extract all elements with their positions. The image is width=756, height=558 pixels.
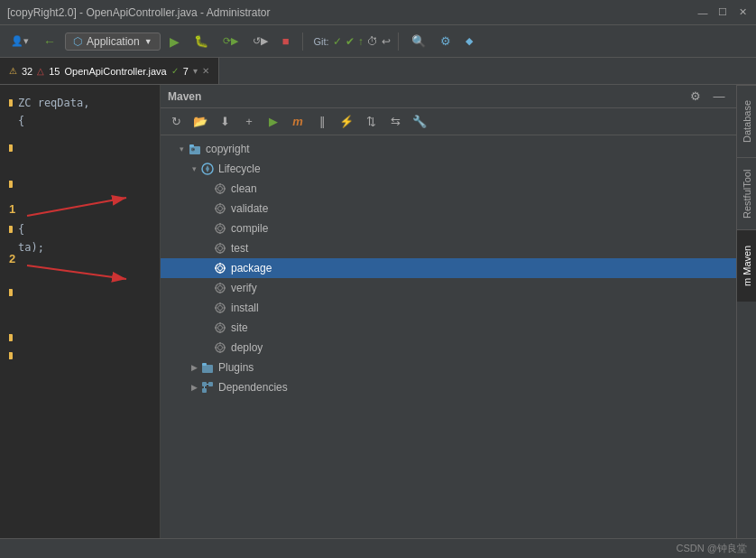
editor-tab-openapi[interactable]: ⚠ 32 △ 15 OpenApiController.java ✓ 7 ▾ ✕ [0, 58, 219, 84]
svg-rect-37 [215, 267, 217, 268]
clean-gear-icon [213, 181, 227, 196]
git-rollback-icon[interactable]: ↩ [382, 35, 391, 48]
tree-item-clean[interactable]: clean [161, 179, 736, 199]
tree-item-install[interactable]: install [161, 298, 736, 318]
svg-rect-35 [219, 263, 220, 265]
compile-label: compile [231, 222, 268, 235]
code-line-6: { [0, 220, 160, 238]
close-button[interactable]: ✕ [736, 6, 749, 19]
code-line-2: { [0, 112, 160, 130]
maven-plus-button[interactable]: + [239, 112, 259, 132]
bookmark-button[interactable]: ◆ [460, 30, 478, 53]
svg-point-16 [218, 207, 223, 211]
tree-item-test[interactable]: test [161, 238, 736, 258]
right-sidebar: Database RestfulTool m Maven [736, 85, 756, 558]
maven-expand-button[interactable]: ⇅ [361, 112, 381, 132]
install-gear-icon [213, 301, 227, 315]
svg-rect-38 [224, 267, 226, 268]
user-button[interactable]: 👤▾ [5, 30, 34, 53]
tree-item-package[interactable]: package [161, 258, 736, 278]
svg-rect-17 [219, 203, 220, 206]
tree-item-compile[interactable]: compile [161, 219, 736, 238]
maven-minimize-button[interactable]: — [709, 87, 729, 107]
git-history-icon[interactable]: ⏱ [367, 35, 378, 48]
code-line-1: ZC reqData, [0, 94, 160, 112]
svg-point-52 [218, 326, 223, 330]
stop-button[interactable]: ■ [277, 30, 295, 53]
maven-parallel-button[interactable]: ‖ [312, 112, 332, 132]
tree-item-site[interactable]: site [161, 318, 736, 338]
annotation-label-1: 1 [9, 202, 15, 216]
tab-error-icon: △ [37, 66, 44, 76]
search-button[interactable]: 🔍 [406, 30, 431, 53]
sidebar-tab-database[interactable]: Database [737, 85, 756, 157]
svg-rect-54 [219, 331, 220, 334]
tab-label: OpenApiController.java [65, 66, 167, 77]
code-line-9 [0, 329, 160, 347]
debug-button[interactable]: 🐛 [189, 30, 214, 53]
tab-close-x[interactable]: ✕ [202, 66, 209, 76]
back-button[interactable]: ← [38, 30, 61, 53]
maven-download-button[interactable]: ⬇ [215, 112, 235, 132]
svg-rect-36 [219, 272, 220, 274]
tree-item-plugins[interactable]: ▶ Plugins [161, 358, 736, 377]
svg-rect-44 [224, 287, 226, 288]
svg-text:©: © [192, 147, 196, 153]
maximize-button[interactable]: ☐ [716, 6, 729, 19]
run-coverage-icon: ↺▶ [253, 35, 268, 47]
lifecycle-label: Lifecycle [218, 163, 261, 175]
svg-rect-61 [215, 347, 217, 348]
tree-item-verify[interactable]: verify [161, 278, 736, 298]
code-line-5 [0, 202, 160, 220]
sidebar-tab-maven[interactable]: m Maven [737, 229, 756, 302]
svg-rect-53 [219, 322, 220, 325]
settings-icon: ⚙ [440, 34, 451, 48]
maven-refresh-button[interactable]: ↻ [166, 112, 186, 132]
maven-lightning-button[interactable]: ⚡ [337, 112, 356, 132]
main-content: ZC reqData, { { ta); [0, 85, 756, 558]
sidebar-tab-restfultool[interactable]: RestfulTool [737, 157, 756, 229]
svg-rect-48 [219, 312, 220, 314]
tree-item-validate[interactable]: validate [161, 199, 736, 219]
svg-rect-24 [219, 232, 220, 235]
maven-run-button[interactable]: ▶ [263, 112, 283, 132]
svg-rect-25 [215, 228, 217, 228]
dependencies-label: Dependencies [218, 381, 288, 394]
git-label: Git: [314, 36, 329, 47]
minimize-button[interactable]: — [696, 6, 709, 19]
svg-rect-56 [224, 327, 226, 328]
settings-button[interactable]: ⚙ [435, 30, 456, 53]
maven-collapse-button[interactable]: ⇆ [385, 112, 405, 132]
tab-fix-count: 15 [49, 66, 60, 77]
svg-rect-66 [208, 382, 213, 386]
toolbar-separator-2 [398, 33, 399, 51]
maven-m-button[interactable]: m [288, 112, 308, 132]
run-button[interactable]: ▶ [164, 30, 185, 53]
code-line-10 [0, 347, 160, 365]
maven-tab-label: m Maven [742, 246, 752, 286]
tree-item-deploy[interactable]: deploy [161, 338, 736, 358]
maven-header-controls: ⚙ — [686, 87, 729, 107]
run-coverage-button[interactable]: ↺▶ [247, 30, 273, 53]
svg-rect-42 [219, 292, 220, 294]
svg-rect-12 [219, 192, 220, 195]
maven-wrench-button[interactable]: 🔧 [410, 112, 429, 132]
maven-panel-title: Maven [168, 90, 201, 103]
title-bar-text: [copyRight2.0] - OpenApiController.java … [7, 6, 696, 19]
status-bar: CSDN @钟良堂 [0, 538, 756, 558]
run-icon: ▶ [170, 34, 180, 49]
tree-item-dependencies[interactable]: ▶ Dependencies [161, 377, 736, 397]
maven-settings-button[interactable]: ⚙ [686, 87, 705, 107]
copyright-label: copyright [206, 143, 250, 155]
tree-item-copyright[interactable]: ▾ © copyright [161, 139, 736, 159]
svg-rect-11 [219, 183, 220, 186]
svg-point-58 [218, 346, 223, 350]
maven-add-button[interactable]: 📂 [190, 112, 210, 132]
tree-item-lifecycle[interactable]: ▾ Lifecycle [161, 159, 736, 179]
plugins-icon [200, 360, 215, 375]
build-with-coverage-button[interactable]: ⟳▶ [217, 30, 244, 53]
validate-label: validate [231, 202, 268, 215]
git-push-icon[interactable]: ↑ [358, 35, 364, 48]
app-dropdown[interactable]: ⬡ Application ▼ [65, 33, 161, 51]
tab-close-button[interactable]: ▾ [193, 66, 198, 76]
